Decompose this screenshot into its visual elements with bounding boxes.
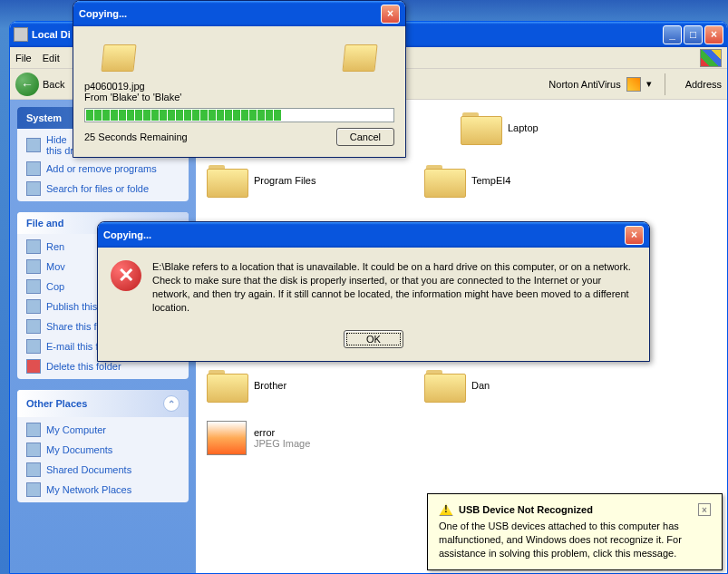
move-icon xyxy=(26,259,41,274)
sidebar-item-my-documents[interactable]: My Documents xyxy=(26,443,180,457)
progress-bar xyxy=(84,108,394,122)
copy-dialog[interactable]: Copying... × p4060019.jpg From 'Blake' t… xyxy=(73,0,406,158)
dialog-titlebar[interactable]: Copying... × xyxy=(73,1,405,26)
copy-filename: p4060019.jpg xyxy=(84,81,394,92)
menu-edit[interactable]: Edit xyxy=(43,53,60,63)
back-label: Back xyxy=(43,79,64,90)
folder-icon xyxy=(424,163,464,198)
folder-item[interactable]: Laptop xyxy=(461,111,587,145)
sidebar-item-network-places[interactable]: My Network Places xyxy=(26,482,180,497)
shared-icon xyxy=(26,462,41,477)
dialog-title: Copying... xyxy=(79,8,127,19)
panel-other-places: Other Places ⌃ My Computer My Documents … xyxy=(17,390,189,502)
back-button[interactable]: ← Back xyxy=(15,73,64,96)
panel-title: File and xyxy=(26,218,64,229)
close-button[interactable]: × xyxy=(381,5,400,24)
folder-item[interactable]: TempEI4 xyxy=(424,163,551,198)
windows-flag-icon xyxy=(700,49,722,67)
rename-icon xyxy=(26,239,41,254)
copy-fromto: From 'Blake' to 'Blake' xyxy=(84,92,394,102)
computer-icon xyxy=(26,423,41,437)
file-type: JPEG Image xyxy=(254,438,310,449)
norton-toolbar[interactable]: Norton AntiVirus ▾ xyxy=(548,77,651,92)
sidebar-item-search[interactable]: Search for files or folde xyxy=(26,181,180,196)
error-dialog[interactable]: Copying... × ✕ E:\Blake refers to a loca… xyxy=(97,221,650,362)
dialog-titlebar[interactable]: Copying... × xyxy=(98,222,649,248)
close-button[interactable]: × xyxy=(625,226,644,245)
panel-title: System xyxy=(26,112,62,123)
address-label: Address xyxy=(685,79,722,90)
addremove-icon xyxy=(26,161,41,176)
panel-header[interactable]: Other Places ⌃ xyxy=(17,390,189,417)
folder-item[interactable]: Dan xyxy=(424,368,551,403)
cancel-button[interactable]: Cancel xyxy=(336,128,394,146)
folder-source-icon xyxy=(102,44,135,72)
folder-item[interactable]: Program Files xyxy=(207,163,334,198)
delete-icon xyxy=(26,359,41,374)
collapse-icon[interactable]: ⌃ xyxy=(163,395,180,412)
usb-balloon[interactable]: USB Device Not Recognized × One of the U… xyxy=(427,493,723,570)
balloon-body: One of the USB devices attached to this … xyxy=(439,520,711,560)
folder-dest-icon xyxy=(344,44,376,72)
norton-label: Norton AntiVirus xyxy=(548,79,620,90)
warning-icon xyxy=(439,503,453,516)
folder-icon xyxy=(207,368,247,403)
image-file-icon xyxy=(207,421,247,455)
sidebar-item-add-remove[interactable]: Add or remove programs xyxy=(26,161,180,176)
file-item[interactable]: errorJPEG Image xyxy=(207,421,334,455)
ok-button[interactable]: OK xyxy=(344,330,403,348)
error-icon: ✕ xyxy=(111,260,141,291)
norton-icon xyxy=(626,77,641,92)
copy-animation xyxy=(84,35,394,81)
time-remaining: 25 Seconds Remaining xyxy=(84,131,188,142)
publish-icon xyxy=(26,299,41,314)
close-button[interactable]: × xyxy=(704,25,723,44)
sidebar-item-shared-documents[interactable]: Shared Documents xyxy=(26,462,180,477)
menu-file[interactable]: File xyxy=(15,53,32,63)
file-name: error xyxy=(254,427,275,438)
window-title: Local Di xyxy=(32,29,71,40)
folder-item[interactable]: Brother xyxy=(207,368,334,403)
copy-icon xyxy=(26,279,41,294)
folder-icon xyxy=(207,163,247,198)
close-button[interactable]: × xyxy=(698,503,711,516)
dialog-title: Copying... xyxy=(103,229,151,240)
balloon-title: USB Device Not Recognized xyxy=(459,504,593,515)
minimize-button[interactable]: _ xyxy=(663,25,682,44)
documents-icon xyxy=(26,443,41,457)
share-icon xyxy=(26,319,41,334)
back-icon: ← xyxy=(15,73,39,96)
email-icon xyxy=(26,339,41,354)
error-message: E:\Blake refers to a location that is un… xyxy=(152,260,636,314)
search-icon xyxy=(26,181,41,196)
network-icon xyxy=(26,482,41,497)
folder-icon xyxy=(461,111,500,145)
maximize-button[interactable]: □ xyxy=(684,25,703,44)
drive-icon xyxy=(14,27,28,42)
dropdown-icon: ▾ xyxy=(646,78,652,90)
drive-icon xyxy=(26,138,41,152)
folder-icon xyxy=(424,368,464,403)
sidebar-item-my-computer[interactable]: My Computer xyxy=(26,423,180,437)
separator xyxy=(665,73,665,95)
panel-title: Other Places xyxy=(26,398,87,409)
